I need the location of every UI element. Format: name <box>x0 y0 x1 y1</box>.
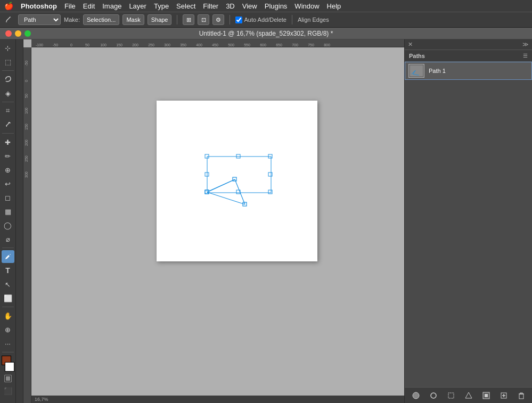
shape-button[interactable]: Shape <box>148 14 172 25</box>
ruler-tick: 300 <box>159 43 175 47</box>
v-ruler-tick: 0 <box>24 66 31 82</box>
marquee-tool[interactable]: ⬚ <box>2 55 14 68</box>
svg-point-14 <box>431 393 436 398</box>
ruler-tick: 750 <box>303 43 319 47</box>
path-item-label: Path 1 <box>429 68 446 74</box>
load-selection-button[interactable] <box>445 390 457 401</box>
menu-type[interactable]: Type <box>154 2 169 10</box>
ruler-tick: 350 <box>175 43 191 47</box>
path-type-select[interactable]: Path <box>18 14 61 25</box>
stroke-path-button[interactable] <box>428 390 439 401</box>
brush-tool[interactable]: ✏ <box>2 150 14 162</box>
window-title: Untitled-1 @ 16,7% (spade_529x302, RGB/8… <box>199 30 333 37</box>
menu-photoshop[interactable]: Photoshop <box>21 2 57 10</box>
ruler-tick: 0 <box>63 43 79 47</box>
menu-file[interactable]: File <box>64 2 76 10</box>
crop-tool[interactable]: ⌗ <box>2 104 14 117</box>
pen-tool[interactable] <box>2 250 14 263</box>
healing-tool[interactable]: ✚ <box>2 136 14 149</box>
transform-icon[interactable]: ⊞ <box>183 14 194 25</box>
delete-path-button[interactable] <box>515 390 527 401</box>
paths-panel: ✕ ≫ Paths ☰ Path 1 <box>404 39 532 403</box>
svg-point-13 <box>413 392 419 399</box>
menu-edit[interactable]: Edit <box>83 2 95 10</box>
minimize-button[interactable] <box>15 30 21 37</box>
more-tools[interactable]: ··· <box>2 337 14 350</box>
tool-separator4 <box>2 248 14 248</box>
maximize-button[interactable] <box>24 30 31 37</box>
side-strip <box>16 39 23 403</box>
apple-menu[interactable]: 🍎 <box>4 2 13 10</box>
selection-button[interactable]: Selection... <box>83 14 119 25</box>
move-tool[interactable]: ⊹ <box>2 42 14 54</box>
panel-expand-btn[interactable]: ≫ <box>522 41 529 48</box>
window-controls <box>5 30 31 37</box>
ruler-tick: 450 <box>207 43 223 47</box>
make-label: Make: <box>64 17 80 23</box>
close-button[interactable] <box>5 30 12 37</box>
quick-mask-button[interactable] <box>4 375 12 382</box>
path-thumbnail <box>408 64 424 78</box>
ruler-tick: 150 <box>111 43 127 47</box>
svg-rect-8 <box>268 190 272 194</box>
ruler-tick: 200 <box>127 43 143 47</box>
warp-icon[interactable]: ⊡ <box>198 14 209 25</box>
add-mask-button[interactable] <box>480 390 492 401</box>
panel-controls: ✕ ≫ <box>405 39 532 50</box>
zoom-tool[interactable]: ⊕ <box>2 323 14 336</box>
tool-separator2 <box>2 102 14 102</box>
title-bar: Untitled-1 @ 16,7% (spade_529x302, RGB/8… <box>0 28 532 39</box>
horizontal-ruler: -100 -50 0 50 100 150 200 250 300 350 40… <box>31 39 404 47</box>
ruler-tick: 400 <box>191 43 207 47</box>
new-path-button[interactable] <box>498 390 510 401</box>
v-ruler-tick: 150 <box>24 114 31 130</box>
v-ruler-tick: -50 <box>24 50 31 66</box>
separator2 <box>230 15 230 24</box>
menu-image[interactable]: Image <box>102 2 121 10</box>
color-swatches[interactable] <box>1 356 15 372</box>
make-path-button[interactable] <box>463 390 474 401</box>
tool-separator6 <box>2 352 14 352</box>
panel-close-btn[interactable]: ✕ <box>408 41 413 48</box>
menu-select[interactable]: Select <box>176 2 195 10</box>
menu-window[interactable]: Window <box>294 2 319 10</box>
menu-layer[interactable]: Layer <box>129 2 146 10</box>
ruler-tick: 600 <box>255 43 271 47</box>
mask-button[interactable]: Mask <box>122 14 144 25</box>
pen-tool-icon <box>3 14 15 25</box>
menu-help[interactable]: Help <box>327 2 341 10</box>
auto-add-checkbox[interactable]: Auto Add/Delete <box>235 17 287 23</box>
clone-tool[interactable]: ⊕ <box>2 163 14 176</box>
menu-filter[interactable]: Filter <box>203 2 218 10</box>
svg-marker-16 <box>465 392 472 398</box>
panel-menu-icon[interactable]: ☰ <box>523 53 528 59</box>
main-layout: ⊹ ⬚ ◈ ⌗ ✚ ✏ ⊕ ↩ ◻ ▦ ◯ ⌀ T ↖ ⬜ ✋ ⊕ ··· <box>0 39 532 403</box>
type-tool[interactable]: T <box>2 264 14 277</box>
canvas-scroll-area[interactable]: -50 0 50 100 150 200 250 300 <box>23 47 404 403</box>
eyedropper-tool[interactable] <box>2 118 14 131</box>
background-color[interactable] <box>5 362 14 372</box>
menu-view[interactable]: View <box>242 2 257 10</box>
screen-mode[interactable]: ⬛ <box>2 384 14 397</box>
path-list-item[interactable]: Path 1 <box>405 62 532 80</box>
shape-tool[interactable]: ⬜ <box>2 292 14 305</box>
panel-footer <box>405 387 532 403</box>
settings-icon[interactable]: ⚙ <box>212 14 224 25</box>
quick-select-tool[interactable]: ◈ <box>2 87 14 100</box>
path-selection[interactable]: ↖ <box>2 278 14 291</box>
lasso-tool[interactable] <box>2 73 14 86</box>
blur-tool[interactable]: ◯ <box>2 219 14 232</box>
menu-3d[interactable]: 3D <box>226 2 235 10</box>
tool-separator5 <box>2 307 14 307</box>
options-bar: Path Make: Selection... Mask Shape ⊞ ⊡ ⚙… <box>0 12 532 28</box>
separator <box>177 15 177 24</box>
hand-tool[interactable]: ✋ <box>2 309 14 322</box>
ruler-tick: 250 <box>143 43 159 47</box>
gradient-tool[interactable]: ▦ <box>2 205 14 218</box>
dodge-tool[interactable]: ⌀ <box>2 233 14 245</box>
canvas-area: -100 -50 0 50 100 150 200 250 300 350 40… <box>23 39 404 403</box>
menu-plugins[interactable]: Plugins <box>265 2 288 10</box>
eraser-tool[interactable]: ◻ <box>2 191 14 204</box>
fill-path-button[interactable] <box>410 390 422 401</box>
history-brush[interactable]: ↩ <box>2 177 14 190</box>
